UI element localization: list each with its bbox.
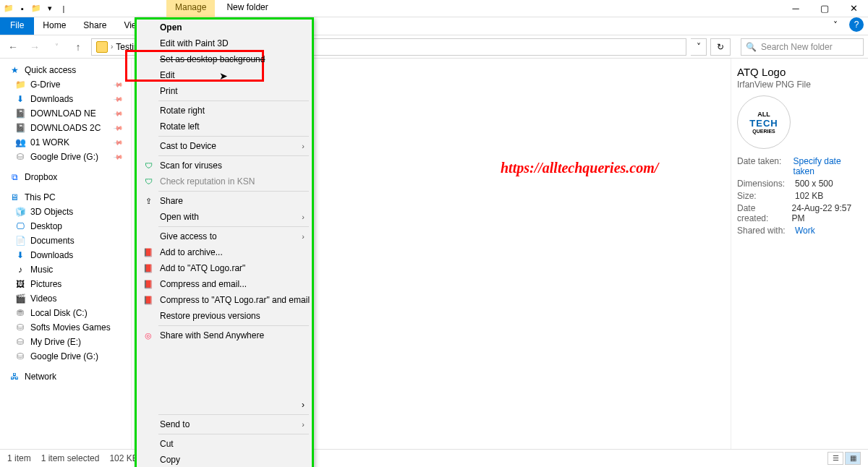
cm-print[interactable]: Print xyxy=(137,83,312,99)
address-history-dropdown[interactable]: ˅ xyxy=(691,38,707,56)
music-icon: ♪ xyxy=(14,264,26,275)
view-large-icons-button[interactable]: ▦ xyxy=(845,452,861,465)
minimize-button[interactable]: ─ xyxy=(781,0,810,17)
chevron-right-icon: › xyxy=(302,142,305,150)
sidebar-item-downloads2[interactable]: ⬇Downloads xyxy=(0,248,131,262)
context-menu: ➤ Open Edit with Paint 3D Set as desktop… xyxy=(135,17,314,467)
sidebar-item-google-drive[interactable]: ⛁Google Drive (G:) xyxy=(0,150,131,164)
status-selected-count: 1 item selected xyxy=(41,453,100,463)
picture-icon: 🖼 xyxy=(14,278,26,290)
qat-divider: | xyxy=(58,3,69,14)
cm-send-to[interactable]: Send to› xyxy=(137,416,312,432)
cm-edit-paint3d[interactable]: Edit with Paint 3D xyxy=(137,35,312,51)
sidebar-item-01work[interactable]: 👥01 WORK xyxy=(0,135,131,150)
drive-icon: ⛁ xyxy=(14,151,26,163)
sidebar-dropbox[interactable]: ⧉Dropbox xyxy=(0,170,131,184)
folder-icon: 📓 xyxy=(14,122,26,134)
cm-separator xyxy=(158,434,309,434)
cm-cast-to-device[interactable]: Cast to Device› xyxy=(137,138,312,154)
details-value[interactable]: Work xyxy=(795,226,815,236)
sidebar-item-gdrive[interactable]: 📁G-Drive xyxy=(0,77,131,92)
cm-separator xyxy=(158,136,309,137)
folder-icon: 📓 xyxy=(14,108,26,119)
chevron-right-icon[interactable]: › xyxy=(111,43,113,51)
back-button[interactable]: ← xyxy=(4,38,22,56)
forward-button[interactable]: → xyxy=(26,38,43,56)
details-label: Size: xyxy=(737,191,789,201)
cm-set-background[interactable]: Set as desktop background xyxy=(137,51,312,67)
window-title: New folder xyxy=(215,0,279,17)
sidebar-item-download-new[interactable]: 📓DOWNLOAD NE xyxy=(0,106,131,121)
sidebar-network[interactable]: 🖧Network xyxy=(0,369,131,384)
cm-edit[interactable]: Edit xyxy=(137,67,312,83)
details-value[interactable]: Specify date taken xyxy=(793,156,862,176)
desktop-icon: 🖵 xyxy=(14,220,26,232)
details-title: ATQ Logo xyxy=(737,66,862,78)
cm-scan-viruses[interactable]: 🛡Scan for viruses xyxy=(137,158,312,173)
folder-icon: 👥 xyxy=(14,137,26,148)
cm-separator xyxy=(158,155,309,156)
refresh-button[interactable]: ↻ xyxy=(710,38,731,56)
sidebar-item-google-drive-g[interactable]: ⛁Google Drive (G:) xyxy=(0,349,131,364)
cm-share[interactable]: ⇪Share xyxy=(137,193,312,209)
send-anywhere-icon: ◎ xyxy=(142,330,154,341)
cm-compress-email[interactable]: 📕Compress and email... xyxy=(137,276,312,292)
sidebar-item-downloads[interactable]: ⬇Downloads xyxy=(0,92,131,106)
cm-check-ksn[interactable]: 🛡Check reputation in KSN xyxy=(137,173,312,189)
details-label: Date created: xyxy=(737,203,786,223)
archive-icon: 📕 xyxy=(142,262,154,274)
recent-dropdown[interactable]: ˅ xyxy=(48,38,65,56)
chevron-right-icon: › xyxy=(302,213,305,221)
sidebar-item-local-c[interactable]: ⛃Local Disk (C:) xyxy=(0,306,131,320)
title-bar: 📁 ▪ 📁 ▾ | Manage New folder ─ ▢ ✕ xyxy=(0,0,868,17)
cm-rotate-right[interactable]: Rotate right xyxy=(137,103,312,119)
drive-icon: ⛁ xyxy=(14,322,26,333)
cm-rotate-left[interactable]: Rotate left xyxy=(137,119,312,134)
cm-add-rar[interactable]: 📕Add to "ATQ Logo.rar" xyxy=(137,260,312,276)
sidebar-item-documents[interactable]: 📄Documents xyxy=(0,234,131,248)
sidebar-item-3d-objects[interactable]: 🧊3D Objects xyxy=(0,205,131,219)
sidebar-item-downloads-2c[interactable]: 📓DOWNLOADS 2C xyxy=(0,121,131,135)
archive-icon: 📕 xyxy=(142,247,154,258)
close-button[interactable]: ✕ xyxy=(839,0,868,17)
cm-send-anywhere[interactable]: ◎Share with Send Anywhere xyxy=(137,327,312,343)
quick-access-toolbar: 📁 ▪ 📁 ▾ | xyxy=(0,3,72,14)
ribbon-tab-file[interactable]: File xyxy=(0,17,34,35)
help-icon[interactable]: ? xyxy=(849,17,864,32)
cm-restore-versions[interactable]: Restore previous versions xyxy=(137,308,312,324)
ribbon-expand-icon[interactable]: ˅ xyxy=(826,17,845,35)
cm-add-archive[interactable]: 📕Add to archive... xyxy=(137,244,312,260)
cm-copy[interactable]: Copy xyxy=(137,452,312,467)
search-input[interactable]: 🔍 Search New folder xyxy=(741,38,864,56)
sidebar-item-desktop[interactable]: 🖵Desktop xyxy=(0,219,131,234)
cm-open-with[interactable]: Open with› xyxy=(137,209,312,225)
qat-dropdown-icon[interactable]: ▾ xyxy=(44,3,56,14)
details-label: Shared with: xyxy=(737,226,789,236)
cm-give-access[interactable]: Give access to› xyxy=(137,228,312,244)
qat-btn[interactable]: ▪ xyxy=(17,3,28,14)
ribbon-tab-share[interactable]: Share xyxy=(75,17,115,35)
sidebar-this-pc[interactable]: 🖥This PC xyxy=(0,190,131,205)
sidebar-quick-access[interactable]: ★Quick access xyxy=(0,63,131,77)
ribbon-tab-home[interactable]: Home xyxy=(34,17,75,35)
details-value: 500 x 500 xyxy=(795,179,833,189)
cm-open[interactable]: Open xyxy=(137,20,312,35)
sidebar-item-music[interactable]: ♪Music xyxy=(0,262,131,277)
ribbon: File Home Share View P ˅ ? xyxy=(0,17,868,35)
up-button[interactable]: ↑ xyxy=(69,38,87,56)
maximize-button[interactable]: ▢ xyxy=(810,0,839,17)
tab-manage[interactable]: Manage xyxy=(166,0,215,17)
details-thumbnail: ALL TECH QUERIES xyxy=(737,95,791,149)
sidebar-item-videos[interactable]: 🎬Videos xyxy=(0,291,131,306)
sidebar-item-softs[interactable]: ⛁Softs Movies Games xyxy=(0,320,131,335)
cm-cut[interactable]: Cut xyxy=(137,436,312,452)
cm-compress-rar-email[interactable]: 📕Compress to "ATQ Logo.rar" and email xyxy=(137,292,312,308)
cm-separator xyxy=(158,100,309,101)
network-icon: 🖧 xyxy=(9,371,20,382)
dropbox-icon: ⧉ xyxy=(9,171,20,183)
shield-icon: 🛡 xyxy=(142,176,154,187)
sidebar-item-my-drive-e[interactable]: ⛁My Drive (E:) xyxy=(0,335,131,349)
view-details-button[interactable]: ☰ xyxy=(827,452,843,465)
status-bar: 1 item 1 item selected 102 KB State ☰ ▦ xyxy=(0,449,868,466)
sidebar-item-pictures[interactable]: 🖼Pictures xyxy=(0,277,131,291)
